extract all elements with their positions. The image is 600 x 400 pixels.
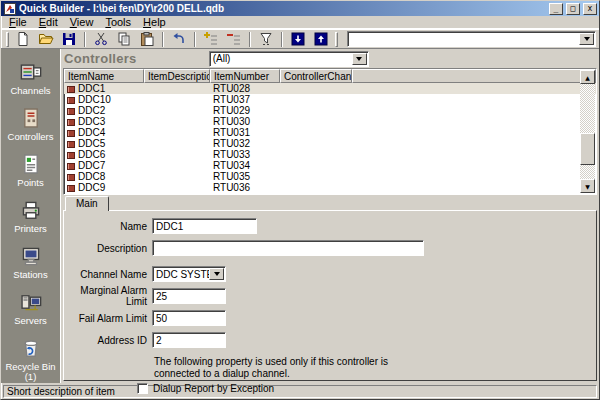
- download-button[interactable]: [287, 30, 309, 48]
- controller-item-icon: [67, 108, 75, 115]
- table-row[interactable]: DDC9 RTU036: [64, 182, 596, 193]
- dialup-report-checkbox[interactable]: [137, 383, 148, 394]
- sidebar-item-servers[interactable]: Servers: [1, 289, 60, 326]
- scroll-up-icon[interactable]: ▲: [580, 70, 595, 84]
- tab-main[interactable]: Main: [65, 196, 109, 211]
- fail-alarm-limit-field[interactable]: [152, 310, 226, 326]
- new-button[interactable]: [12, 30, 34, 48]
- menu-help[interactable]: Help: [137, 16, 172, 29]
- menu-tools[interactable]: Tools: [99, 16, 137, 29]
- fail-alarm-limit-input[interactable]: [153, 312, 225, 324]
- table-row[interactable]: DDC7 RTU034: [64, 160, 596, 171]
- close-button[interactable]: x: [583, 3, 597, 15]
- channel-name-combobox[interactable]: DDC SYSTEM: [152, 266, 226, 282]
- chevron-down-icon[interactable]: [579, 33, 594, 45]
- name-field[interactable]: [152, 218, 257, 234]
- title-bar[interactable]: Quick Builder - I:\bei fen\DY\r200 DELL.…: [1, 1, 599, 16]
- cell-item-name: DDC6: [78, 149, 105, 160]
- menu-edit[interactable]: Edit: [33, 16, 64, 29]
- filter-funnel-icon: [258, 31, 274, 47]
- vertical-scrollbar[interactable]: ▲ ▼: [580, 70, 595, 193]
- minimize-button[interactable]: _: [549, 3, 563, 15]
- channels-icon: [17, 59, 44, 84]
- tab-main-body: Name Description Channel Name DDC SYSTEM: [63, 210, 597, 381]
- cell-item-number: RTU035: [210, 171, 280, 182]
- points-icon: [17, 151, 44, 176]
- description-input[interactable]: [153, 242, 423, 254]
- sidebar: Channels Controllers Points Printers: [1, 49, 61, 383]
- sidebar-item-points[interactable]: Points: [1, 151, 60, 188]
- controller-item-icon: [67, 185, 75, 192]
- main-area: Channels Controllers Points Printers: [1, 49, 599, 383]
- undo-arrow-icon: [171, 31, 187, 47]
- toolbar-grip[interactable]: [6, 32, 9, 47]
- table-row[interactable]: DDC1 RTU028: [64, 83, 596, 94]
- address-id-input[interactable]: [153, 334, 225, 346]
- window-title: Quick Builder - I:\bei fen\DY\r200 DELL.…: [19, 3, 546, 14]
- sidebar-item-label: Points: [17, 178, 43, 188]
- toolbar-separator: [281, 32, 283, 47]
- description-field[interactable]: [152, 240, 424, 256]
- open-button[interactable]: [35, 30, 57, 48]
- menu-file[interactable]: File: [3, 16, 33, 29]
- sidebar-item-recycle-bin[interactable]: Recycle Bin (1): [1, 335, 60, 382]
- paste-button[interactable]: [136, 30, 158, 48]
- undo-button[interactable]: [168, 30, 190, 48]
- add-items-button[interactable]: [200, 30, 222, 48]
- toolbar-combobox[interactable]: [347, 31, 596, 47]
- table-row[interactable]: DDC8 RTU035: [64, 171, 596, 182]
- chevron-down-icon[interactable]: [209, 268, 224, 280]
- toolbar-separator: [162, 32, 164, 47]
- filter-combobox[interactable]: (All): [209, 51, 369, 67]
- cell-item-number: RTU036: [210, 182, 280, 193]
- servers-icon: [17, 289, 44, 314]
- table-row[interactable]: DDC3 RTU030: [64, 116, 596, 127]
- dialup-note: The following property is used only if t…: [154, 356, 406, 380]
- filter-button[interactable]: [255, 30, 277, 48]
- table-row[interactable]: DDC2 RTU029: [64, 105, 596, 116]
- toolbar-grip[interactable]: [335, 32, 338, 47]
- properties-panel: Main Name Description Channel Name: [63, 195, 597, 383]
- save-button[interactable]: [58, 30, 80, 48]
- upload-button[interactable]: [310, 30, 332, 48]
- cell-item-number: RTU029: [210, 105, 280, 116]
- column-header-blank: [352, 69, 596, 83]
- controllers-icon: [17, 105, 44, 130]
- scrollbar-thumb[interactable]: [580, 133, 595, 165]
- column-header-itemdescription[interactable]: ItemDescription: [144, 69, 210, 83]
- copy-button[interactable]: [113, 30, 135, 48]
- table-row[interactable]: DDC10 RTU037: [64, 94, 596, 105]
- sidebar-item-printers[interactable]: Printers: [1, 197, 60, 234]
- scroll-down-icon[interactable]: ▼: [580, 179, 595, 193]
- open-folder-icon: [38, 31, 54, 47]
- controller-item-icon: [67, 141, 75, 148]
- cell-item-name: DDC2: [78, 105, 105, 116]
- table-row[interactable]: DDC5 RTU032: [64, 138, 596, 149]
- items-list: ItemName ItemDescription ItemNumber Cont…: [63, 68, 597, 195]
- remove-items-icon: [226, 31, 242, 47]
- table-row[interactable]: DDC4 RTU031: [64, 127, 596, 138]
- cell-item-number: RTU033: [210, 149, 280, 160]
- sidebar-item-label: Channels: [10, 86, 50, 96]
- cut-button[interactable]: [90, 30, 112, 48]
- column-header-itemnumber[interactable]: ItemNumber: [210, 69, 280, 83]
- chevron-down-icon[interactable]: [352, 53, 367, 65]
- copy-icon: [116, 31, 132, 47]
- sidebar-item-stations[interactable]: Stations: [1, 243, 60, 280]
- table-row[interactable]: DDC6 RTU033: [64, 149, 596, 160]
- maximize-button[interactable]: □: [566, 3, 580, 15]
- column-header-controllerchannel[interactable]: ControllerChann...: [280, 69, 352, 83]
- add-items-icon: [203, 31, 219, 47]
- marginal-alarm-limit-input[interactable]: [153, 290, 225, 302]
- marginal-alarm-limit-field[interactable]: [152, 288, 226, 304]
- remove-items-button[interactable]: [223, 30, 245, 48]
- address-id-field[interactable]: [152, 332, 226, 348]
- menu-view[interactable]: View: [64, 16, 100, 29]
- paste-clipboard-icon: [139, 31, 155, 47]
- name-input[interactable]: [153, 220, 256, 232]
- content-area: Controllers (All) ItemName ItemDescripti…: [61, 49, 599, 383]
- sidebar-item-controllers[interactable]: Controllers: [1, 105, 60, 142]
- sidebar-item-channels[interactable]: Channels: [1, 59, 60, 96]
- list-header: ItemName ItemDescription ItemNumber Cont…: [64, 69, 596, 83]
- column-header-itemname[interactable]: ItemName: [64, 69, 144, 83]
